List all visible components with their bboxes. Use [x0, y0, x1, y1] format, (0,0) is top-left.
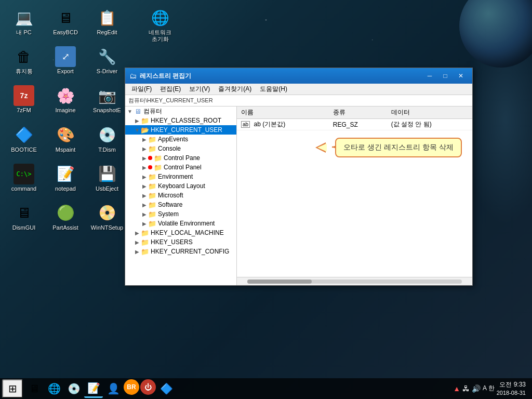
red-dot-control-panel: [148, 165, 152, 169]
desktop-icon-mspaint[interactable]: 🎨 Mspaint: [47, 123, 84, 155]
tree-item-current-config[interactable]: ▶ 📁 HKEY_CURRENT_CONFIG: [125, 247, 236, 256]
taskbar-icon-ie[interactable]: 🌐: [45, 379, 63, 398]
taskbar-icon-person[interactable]: 👤: [104, 379, 123, 398]
desktop-icon-bootice[interactable]: 🔷 BOOTICE: [5, 123, 43, 155]
scroll-thumb: [247, 280, 312, 284]
red-dot-control-pane: [148, 156, 152, 160]
desktop-icon-notepad[interactable]: 📝 notepad: [47, 162, 84, 194]
tree-label-control-pane: Control Pane: [164, 154, 200, 162]
clock-date: 2018-08-31: [497, 389, 526, 396]
taskbar-icon-media[interactable]: 💿: [64, 379, 83, 398]
easybcd-icon: 🖥: [55, 7, 76, 28]
folder-icon-classes-root: 📁: [141, 117, 149, 124]
tree-item-environment[interactable]: ▶ 📁 Environment: [125, 172, 236, 181]
menu-help[interactable]: 도움말(H): [256, 84, 291, 95]
desktop-icon-imagine[interactable]: 🌸 Imagine: [47, 83, 84, 116]
detail-table: 이름 종류 데이터 ab ab (기본값) REG_SZ (값 설정: [237, 107, 472, 130]
desktop-icon-7zfm[interactable]: 7z 7zFM: [5, 83, 43, 116]
desktop-icon-export[interactable]: ⤢ Export: [47, 44, 84, 77]
menu-favorites[interactable]: 즐겨찾기(A): [214, 84, 256, 95]
tray-volume-icon[interactable]: 🔊: [472, 384, 481, 393]
desktop-icon-usbeject[interactable]: 💾 UsbEject: [88, 162, 126, 194]
command-label: command: [11, 185, 36, 192]
snapshot-label: SnapshotE: [93, 107, 121, 114]
expander-classes-root: ▶: [134, 118, 141, 124]
tree-label-current-config: HKEY_CURRENT_CONFIG: [151, 248, 229, 255]
desktop-icon-tdism[interactable]: 💿 T:Dism: [88, 123, 126, 155]
tree-item-system[interactable]: ▶ 📁 System: [125, 209, 236, 219]
tray-network-icon[interactable]: 🖧: [462, 384, 470, 393]
registry-detail-panel: 이름 종류 데이터 ab ab (기본값) REG_SZ (값 설정: [237, 107, 472, 285]
desktop-icon-recycle[interactable]: 🗑 휴지통: [5, 44, 43, 77]
usbeject-icon: 💾: [97, 164, 117, 184]
tree-item-local-machine[interactable]: ▶ 📁 HKEY_LOCAL_MACHINE: [125, 228, 236, 237]
desktop-icon-winntsetup[interactable]: 📀 WinNTSetup: [88, 201, 126, 233]
address-label: 컴퓨터\HKEY_CURRENT_USER: [128, 97, 213, 104]
taskbar-icon-power[interactable]: ⏻: [140, 379, 156, 395]
folder-icon-appevents: 📁: [148, 136, 156, 143]
desktop-icon-my-pc[interactable]: 💻 내 PC: [5, 5, 43, 38]
taskbar-icon-notepad[interactable]: 📝: [84, 379, 103, 398]
desktop-icon-column-1: 💻 내 PC 🗑 휴지통 7z 7zFM 🔷 BOOTICE C:\> comm…: [5, 5, 43, 233]
maximize-button[interactable]: □: [438, 71, 453, 81]
tree-item-microsoft[interactable]: ▶ 📁 Microsoft: [125, 191, 236, 200]
tree-label-software: Software: [158, 201, 182, 208]
taskbar-icon-explorer[interactable]: 🖥: [25, 379, 44, 398]
imagine-label: Imagine: [55, 107, 75, 114]
expander-control-panel: ▶: [141, 165, 148, 170]
menu-view[interactable]: 보기(V): [185, 84, 214, 95]
close-button[interactable]: ✕: [454, 71, 468, 81]
desktop-icon-command[interactable]: C:\> command: [5, 162, 43, 194]
expander-console: ▶: [141, 146, 148, 152]
bootice-label: BOOTICE: [11, 147, 37, 153]
tree-item-users[interactable]: ▶ 📁 HKEY_USERS: [125, 237, 236, 247]
desktop-icon-easybcd[interactable]: 🖥 EasyBCD: [47, 5, 84, 38]
folder-icon-control-panel: 📁: [154, 164, 162, 171]
tree-item-volatile-env[interactable]: ▶ 📁 Volatile Environment: [125, 219, 236, 228]
tree-item-control-panel[interactable]: ▶ 📁 Control Panel: [125, 163, 236, 172]
tree-item-keyboard-layout[interactable]: ▶ 📁 Keyboard Layout: [125, 181, 236, 191]
minimize-button[interactable]: ─: [422, 71, 437, 81]
scroll-track: [247, 280, 462, 284]
expander-current-config: ▶: [134, 249, 141, 255]
expander-computer: ▼: [126, 109, 134, 114]
callout-text: 오타로 생긴 레지스트리 항목 삭제: [343, 143, 454, 151]
regedit-label: RegEdit: [97, 29, 117, 36]
menu-edit[interactable]: 편집(E): [156, 84, 185, 95]
taskbar-pinned-icons: 🖥 🌐 💿 📝 👤 BR ⏻ 🔷: [25, 379, 176, 398]
folder-icon-console: 📁: [148, 145, 156, 152]
tree-item-appevents[interactable]: ▶ 📁 AppEvents: [125, 135, 236, 144]
desktop-icon-regedit[interactable]: 📋 RegEdit: [88, 5, 126, 38]
folder-icon-current-user: 📂: [141, 126, 149, 134]
desktop-icon-sdriver[interactable]: 🔧 S-Driver: [88, 44, 126, 77]
desktop-icon-network[interactable]: 🌐 네트워크 초기화: [141, 5, 179, 45]
desktop-icon-snapshot[interactable]: 📷 SnapshotE: [88, 83, 126, 116]
expander-appevents: ▶: [141, 137, 148, 142]
taskbar-icon-br[interactable]: BR: [124, 379, 139, 395]
tree-item-software[interactable]: ▶ 📁 Software: [125, 200, 236, 209]
desktop-icon-dismgui[interactable]: 🖥 DismGUI: [5, 201, 43, 233]
tree-item-current-user[interactable]: ▼ 📂 HKEY_CURRENT_USER: [125, 125, 236, 135]
window-title-text: 레지스트리 편집기: [140, 72, 422, 81]
callout-bubble: 오타로 생긴 레지스트리 항목 삭제: [335, 138, 462, 157]
start-button[interactable]: ⊞: [2, 379, 23, 398]
network-label: 네트워크 초기화: [149, 29, 171, 43]
tree-item-classes-root[interactable]: ▶ 📁 HKEY_CLASSES_ROOT: [125, 116, 236, 125]
mspaint-label: Mspaint: [56, 147, 76, 153]
detail-row-default[interactable]: ab ab (기본값) REG_SZ (값 설정 안 됨): [237, 119, 472, 130]
tray-arrow-icon[interactable]: ▲: [453, 384, 460, 393]
tree-item-console[interactable]: ▶ 📁 Console: [125, 144, 236, 153]
tray-language-icon[interactable]: A 한: [483, 384, 495, 393]
usbeject-label: UsbEject: [96, 185, 118, 192]
menu-file[interactable]: 파일(F): [127, 84, 156, 95]
tree-item-computer[interactable]: ▼ 🖥 컴퓨터: [125, 107, 236, 116]
folder-icon-environment: 📁: [148, 173, 156, 180]
expander-volatile-env: ▶: [141, 221, 148, 227]
expander-system: ▶: [141, 211, 148, 217]
horizontal-scrollbar[interactable]: [237, 277, 472, 285]
taskbar-icon-blue[interactable]: 🔷: [157, 379, 176, 398]
folder-icon-software: 📁: [148, 201, 156, 208]
desktop-icon-partassist[interactable]: 🟢 PartAssist: [47, 201, 84, 233]
system-clock[interactable]: 오전 9:33 2018-08-31: [497, 381, 526, 396]
tree-item-control-pane[interactable]: ▶ 📁 Control Pane: [125, 153, 236, 163]
